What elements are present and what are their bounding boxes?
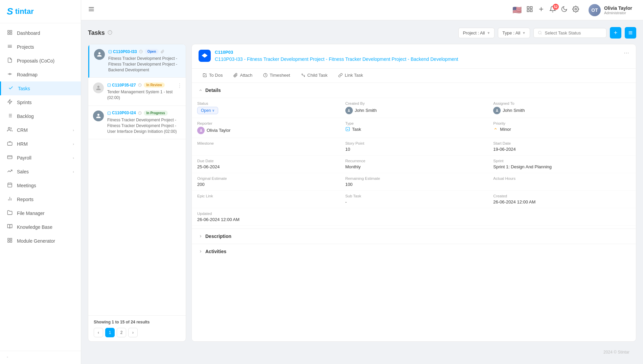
remaining-estimate-value: 100	[345, 182, 483, 187]
moon-button[interactable]	[561, 6, 568, 14]
tab-todos-label: To Dos	[209, 73, 223, 78]
svg-rect-25	[8, 238, 9, 240]
assigned-to-value: John Smith	[493, 107, 630, 114]
modulegenerator-icon	[7, 238, 13, 244]
sprint-value: Sprint 1: Design And Planning	[493, 164, 630, 169]
type-label: Type	[345, 121, 483, 125]
svg-rect-28	[10, 241, 12, 242]
updated-cell: Updated 26-06-2024 12:00 AM	[192, 208, 340, 226]
hrm-icon	[7, 141, 13, 147]
backlog-icon	[7, 113, 13, 119]
user-info: Olivia Taylor Administrator	[604, 5, 632, 15]
sidebar-item-label: Sprints	[17, 100, 32, 105]
flag-button[interactable]: 🇺🇸	[512, 6, 522, 15]
task-item-header: C110P35-I27 In Review	[107, 82, 181, 88]
crm-icon	[7, 127, 13, 133]
project-filter[interactable]: Project : All ▼	[458, 28, 495, 38]
sidebar-item-projects[interactable]: Projects	[0, 40, 81, 54]
task-more-button[interactable]: ⋮	[177, 82, 182, 89]
task-item-body: C110P03-I24 In Progress Fitness Tracker …	[107, 111, 181, 134]
details-section-header[interactable]: Details	[192, 83, 636, 98]
svg-marker-7	[8, 99, 12, 104]
sidebar-item-label: Backlog	[17, 114, 34, 119]
sidebar-item-sales[interactable]: Sales ›	[0, 165, 81, 178]
detail-tabs: To Dos Attach Timesheet Child Task	[192, 69, 636, 83]
two-panel-layout: C110P03-I33 Open Fitness Tracker Develop…	[88, 44, 636, 342]
attach-icon	[161, 50, 164, 53]
detail-row-6: Epic Link Sub Task - Created 26-06-2024 …	[192, 191, 636, 208]
detail-more-button[interactable]: ⋯	[624, 50, 629, 56]
projects-icon	[7, 44, 13, 50]
pagination-prev[interactable]: ‹	[94, 328, 103, 337]
status-search-input[interactable]	[545, 30, 602, 35]
activities-section-header[interactable]: Activities	[192, 244, 636, 259]
task-item-header: C110P03-I24 In Progress	[107, 111, 181, 116]
created-value: 26-06-2024 12:00 AM	[493, 199, 630, 204]
reporter-cell: Reporter Olivia Taylor	[192, 118, 340, 138]
sidebar-item-roadmap[interactable]: Roadmap	[0, 68, 81, 81]
grid-button[interactable]	[526, 6, 533, 14]
sidebar-item-modulegenerator[interactable]: Module Generator	[0, 234, 81, 248]
assigned-to-cell: Assigned To John Smith	[488, 98, 636, 118]
sidebar-item-reports[interactable]: Reports	[0, 192, 81, 206]
sidebar-item-filemanager[interactable]: File Manager	[0, 206, 81, 220]
detail-row-3: Milestone Story Point 10 Start Date	[192, 138, 636, 155]
info-icon[interactable]	[108, 30, 112, 36]
sidebar-item-knowledgebase[interactable]: Knowledge Base	[0, 220, 81, 234]
notification-button[interactable]: 52	[549, 6, 556, 14]
svg-rect-2	[8, 33, 9, 34]
user-profile[interactable]: OT Olivia Taylor Administrator	[584, 2, 636, 18]
sidebar-item-tasks[interactable]: Tasks	[0, 81, 81, 95]
svg-rect-51	[108, 112, 110, 115]
svg-rect-26	[10, 238, 12, 240]
sidebar-item-proposals[interactable]: Proposals (CoCo)	[0, 54, 81, 68]
type-filter-label: Type : All	[502, 30, 520, 35]
type-filter[interactable]: Type : All ▼	[498, 28, 530, 38]
user-role: Administrator	[604, 11, 632, 15]
task-item[interactable]: C110P03-I33 Open Fitness Tracker Develop…	[88, 44, 186, 78]
sidebar-item-crm[interactable]: CRM ›	[0, 123, 81, 137]
hamburger-button[interactable]	[88, 6, 95, 14]
sidebar-item-hrm[interactable]: HRM ›	[0, 137, 81, 151]
sidebar-item-dashboard[interactable]: Dashboard	[0, 26, 81, 40]
tab-timesheet[interactable]: Timesheet	[258, 69, 295, 82]
tab-linktask-label: Link Task	[345, 73, 363, 78]
tab-linktask[interactable]: Link Task	[333, 69, 368, 82]
status-label: Status	[197, 101, 335, 105]
project-filter-label: Project : All	[463, 30, 485, 35]
sidebar-item-label: HRM	[17, 141, 28, 147]
roadmap-icon	[7, 71, 13, 78]
pagination-page-2[interactable]: 2	[117, 328, 126, 337]
status-badge[interactable]: Open ∨	[197, 107, 218, 114]
add-task-button[interactable]: +	[610, 27, 621, 39]
sub-task-value: -	[345, 199, 483, 204]
sidebar-item-sprints[interactable]: Sprints	[0, 95, 81, 109]
sidebar-item-label: Proposals (CoCo)	[17, 58, 54, 64]
pagination-page-1[interactable]: 1	[105, 328, 115, 337]
settings-button[interactable]	[572, 6, 579, 14]
recurrence-cell: Recurrence Monthly	[340, 155, 488, 173]
tab-todos[interactable]: To Dos	[197, 69, 228, 82]
task-item[interactable]: C110P35-I27 In Review Tender Management …	[88, 78, 186, 106]
plus-button[interactable]	[538, 6, 545, 14]
footer-text: 2024 © Stintar	[603, 350, 629, 355]
description-section-header[interactable]: Description	[192, 229, 636, 244]
status-search-container	[533, 28, 606, 38]
sidebar-item-meetings[interactable]: Meetings	[0, 178, 81, 192]
svg-point-54	[302, 74, 302, 74]
list-view-button[interactable]	[625, 27, 636, 39]
pagination-next[interactable]: ›	[128, 328, 138, 337]
svg-rect-32	[527, 7, 529, 9]
tab-childtask[interactable]: Child Task	[296, 69, 333, 82]
task-item[interactable]: C110P03-I24 In Progress Fitness Tracker …	[88, 106, 186, 139]
sales-arrow: ›	[73, 170, 74, 174]
sidebar-item-label: Roadmap	[17, 72, 38, 77]
svg-rect-3	[10, 33, 12, 34]
clock-icon	[139, 50, 143, 53]
task-description: Tender Management System 1 - test (02:00…	[107, 89, 181, 101]
sidebar-item-payroll[interactable]: Payroll ›	[0, 151, 81, 165]
sidebar-item-backlog[interactable]: Backlog	[0, 109, 81, 123]
details-grid: Status Open ∨ Created By	[192, 98, 636, 228]
filemanager-icon	[7, 210, 13, 216]
tab-attach[interactable]: Attach	[228, 69, 258, 82]
